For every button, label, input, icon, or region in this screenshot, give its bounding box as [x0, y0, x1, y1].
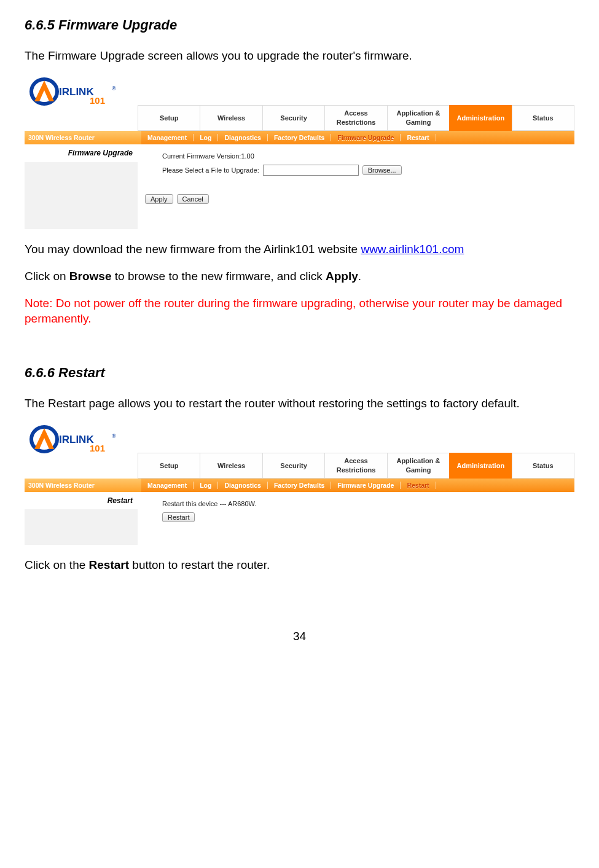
restart-device-text: Restart this device --- AR680W. [162, 499, 256, 509]
side-title-firmware: Firmware Upgrade [25, 144, 138, 162]
side-title-restart: Restart [25, 492, 138, 509]
tab-access-restrictions[interactable]: Access Restrictions [324, 453, 386, 479]
subnav-firmware-upgrade[interactable]: Firmware Upgrade [331, 479, 400, 492]
main-tab-bar: Setup Wireless Security Access Restricti… [25, 453, 574, 479]
txt: to browse to the new firmware, and click [112, 270, 326, 283]
section-heading-666: 6.6.6 Restart [25, 364, 574, 382]
para-restart-instruction: Click on the Restart button to restart t… [25, 557, 574, 573]
subnav-restart[interactable]: Restart [401, 479, 435, 492]
para-intro-665: The Firmware Upgrade screen allows you t… [25, 48, 574, 64]
tab-access-restrictions[interactable]: Access Restrictions [324, 105, 386, 131]
tab-administration[interactable]: Administration [449, 105, 511, 131]
para-intro-666: The Restart page allows you to restart t… [25, 396, 574, 412]
tab-wireless[interactable]: Wireless [200, 105, 262, 131]
txt: Click on the [25, 558, 89, 571]
download-text: You may download the new firmware from t… [25, 243, 361, 256]
svg-text:101: 101 [90, 443, 105, 453]
tab-status[interactable]: Status [512, 105, 574, 131]
file-path-input[interactable] [263, 165, 359, 176]
tab-setup[interactable]: Setup [138, 105, 200, 131]
browse-bold: Browse [69, 270, 112, 283]
tab-status[interactable]: Status [512, 453, 574, 479]
section-heading-665: 6.6.5 Firmware Upgrade [25, 16, 574, 34]
tab-security[interactable]: Security [262, 105, 324, 131]
model-label: 300N Wireless Router [25, 479, 141, 492]
para-download: You may download the new firmware from t… [25, 241, 574, 257]
apply-button[interactable]: Apply [145, 194, 173, 204]
apply-bold: Apply [326, 270, 358, 283]
para-browse: Click on Browse to browse to the new fir… [25, 268, 574, 284]
svg-text:®: ® [112, 433, 116, 439]
restart-bold: Restart [89, 558, 129, 571]
version-value: 1.00 [241, 152, 254, 161]
version-label: Current Firmware Version: [162, 152, 241, 161]
screenshot-restart: IRLINK ® 101 Setup Wireless Security Acc… [25, 422, 574, 545]
warning-note: Note: Do not power off the router during… [25, 295, 574, 327]
sub-nav-bar: 300N Wireless Router Management Log Diag… [25, 479, 574, 492]
model-label: 300N Wireless Router [25, 131, 141, 144]
txt: button to restart the router. [129, 558, 270, 571]
sub-nav-bar: 300N Wireless Router Management Log Diag… [25, 131, 574, 144]
browse-button[interactable]: Browse... [362, 165, 402, 175]
subnav-diagnostics[interactable]: Diagnostics [218, 131, 267, 144]
page-number: 34 [25, 628, 574, 644]
subnav-management[interactable]: Management [141, 131, 193, 144]
svg-text:®: ® [112, 85, 116, 92]
subnav-log[interactable]: Log [194, 479, 217, 492]
subnav-factory-defaults[interactable]: Factory Defaults [268, 131, 331, 144]
subnav-factory-defaults[interactable]: Factory Defaults [268, 479, 331, 492]
tab-setup[interactable]: Setup [138, 453, 200, 479]
tab-administration[interactable]: Administration [449, 453, 511, 479]
subnav-firmware-upgrade[interactable]: Firmware Upgrade [331, 131, 400, 144]
subnav-restart[interactable]: Restart [401, 131, 435, 144]
tab-wireless[interactable]: Wireless [200, 453, 262, 479]
restart-button[interactable]: Restart [162, 512, 195, 522]
file-select-label: Please Select a File to Upgrade: [162, 166, 259, 175]
tab-security[interactable]: Security [262, 453, 324, 479]
svg-text:101: 101 [90, 95, 105, 106]
screenshot-firmware-upgrade: IRLINK ® 101 Setup Wireless Security Acc… [25, 74, 574, 229]
svg-text:IRLINK: IRLINK [59, 434, 94, 445]
airlink-website-link[interactable]: www.airlink101.com [361, 243, 464, 256]
subnav-log[interactable]: Log [194, 131, 217, 144]
subnav-management[interactable]: Management [141, 479, 193, 492]
main-tab-bar: Setup Wireless Security Access Restricti… [25, 105, 574, 131]
cancel-button[interactable]: Cancel [177, 194, 209, 204]
subnav-diagnostics[interactable]: Diagnostics [218, 479, 267, 492]
tab-application-gaming[interactable]: Application & Gaming [387, 453, 449, 479]
logo-row: IRLINK ® 101 [25, 74, 574, 105]
svg-text:IRLINK: IRLINK [59, 86, 94, 98]
airlink-logo: IRLINK ® 101 [28, 424, 120, 454]
txt: . [358, 270, 361, 283]
airlink-logo: IRLINK ® 101 [28, 77, 120, 106]
logo-row: IRLINK ® 101 [25, 422, 574, 453]
tab-application-gaming[interactable]: Application & Gaming [387, 105, 449, 131]
txt: Click on [25, 270, 69, 283]
